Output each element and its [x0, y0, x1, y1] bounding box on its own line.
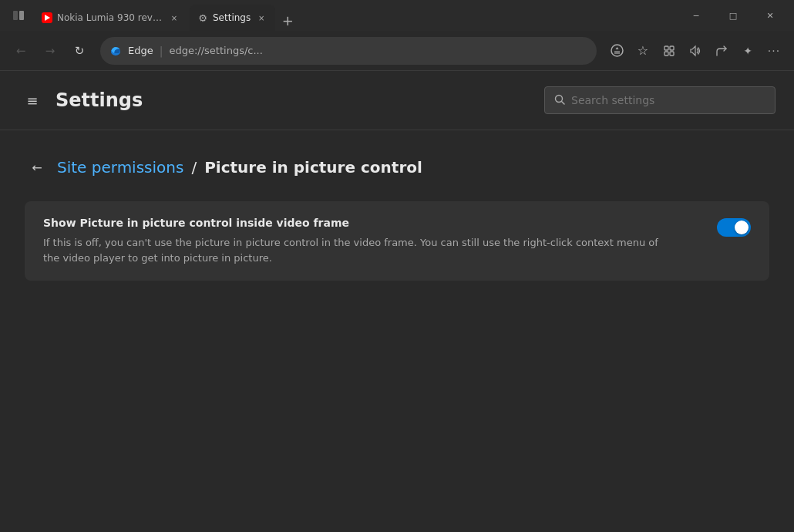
pip-setting-title: Show Picture in picture control inside v…: [43, 217, 705, 229]
nav-bar: ← → ↻ Edge | edge://settings/c...: [0, 31, 794, 71]
search-settings-input[interactable]: [571, 94, 765, 106]
close-button[interactable]: ✕: [752, 3, 788, 28]
nav-icons-group: ☆ ✦ ···: [604, 39, 786, 63]
copilot-icon[interactable]: ✦: [735, 39, 760, 63]
more-options-icon[interactable]: ···: [762, 39, 786, 63]
youtube-tab-title: Nokia Lumia 930 review - Y...: [57, 12, 163, 23]
maximize-button[interactable]: □: [715, 3, 751, 28]
menu-icon-button[interactable]: ≡: [19, 86, 46, 114]
toggle-thumb: [735, 221, 749, 234]
refresh-button[interactable]: ↻: [66, 38, 93, 64]
favorites-icon[interactable]: ☆: [631, 39, 655, 63]
edge-logo-icon: [109, 45, 122, 57]
settings-header: ≡ Settings: [0, 71, 794, 130]
tab-area: Nokia Lumia 930 review - Y... × ⚙ Settin…: [34, 0, 675, 31]
title-bar: Nokia Lumia 930 review - Y... × ⚙ Settin…: [0, 0, 794, 31]
breadcrumb: ← Site permissions / Picture in picture …: [25, 155, 769, 180]
settings-page: ≡ Settings ← Site permissions / Picture …: [0, 71, 794, 532]
share-icon[interactable]: [709, 39, 734, 63]
pip-setting-description: If this is off, you can't use the pictur…: [43, 235, 675, 265]
settings-tab[interactable]: ⚙ Settings ×: [190, 5, 275, 31]
collections-icon[interactable]: [657, 39, 681, 63]
forward-button[interactable]: →: [37, 38, 63, 64]
settings-content: ← Site permissions / Picture in picture …: [0, 130, 794, 532]
breadcrumb-current: Picture in picture control: [204, 158, 422, 177]
svg-rect-7: [670, 52, 674, 56]
read-aloud-icon[interactable]: [683, 39, 708, 63]
svg-rect-6: [664, 52, 668, 56]
page-title: Settings: [56, 89, 544, 111]
address-divider: |: [160, 45, 163, 57]
svg-rect-0: [13, 11, 18, 20]
pip-setting-text: Show Picture in picture control inside v…: [43, 217, 705, 265]
pip-setting-card: Show Picture in picture control inside v…: [25, 201, 769, 281]
breadcrumb-back-button[interactable]: ←: [25, 155, 49, 180]
svg-rect-4: [664, 46, 668, 50]
profile-guardian-icon[interactable]: [604, 39, 629, 63]
youtube-favicon: [42, 12, 52, 23]
window-controls-right: ─ □ ✕: [678, 3, 788, 28]
svg-rect-5: [670, 46, 674, 50]
svg-point-3: [611, 45, 623, 56]
address-brand-label: Edge: [128, 45, 153, 56]
sidebar-toggle-icon[interactable]: [6, 3, 31, 28]
back-button[interactable]: ←: [8, 38, 34, 64]
back-arrow-icon: ←: [32, 160, 42, 175]
window-controls-left: [6, 3, 31, 28]
address-url-text: edge://settings/c...: [169, 45, 587, 56]
youtube-tab-close[interactable]: ×: [168, 12, 180, 24]
breadcrumb-separator: /: [191, 158, 197, 177]
new-tab-button[interactable]: +: [277, 9, 298, 31]
minimize-button[interactable]: ─: [678, 3, 714, 28]
svg-line-9: [562, 101, 565, 104]
svg-rect-1: [19, 11, 24, 20]
search-settings-box[interactable]: [544, 86, 775, 114]
search-icon: [554, 94, 565, 107]
hamburger-icon: ≡: [26, 93, 38, 109]
settings-tab-close[interactable]: ×: [255, 12, 267, 24]
youtube-tab[interactable]: Nokia Lumia 930 review - Y... ×: [34, 5, 188, 31]
address-bar[interactable]: Edge | edge://settings/c...: [100, 37, 597, 65]
breadcrumb-parent-link[interactable]: Site permissions: [57, 158, 183, 177]
settings-favicon: ⚙: [197, 12, 208, 23]
settings-tab-title: Settings: [213, 12, 251, 23]
pip-toggle[interactable]: [717, 218, 751, 237]
